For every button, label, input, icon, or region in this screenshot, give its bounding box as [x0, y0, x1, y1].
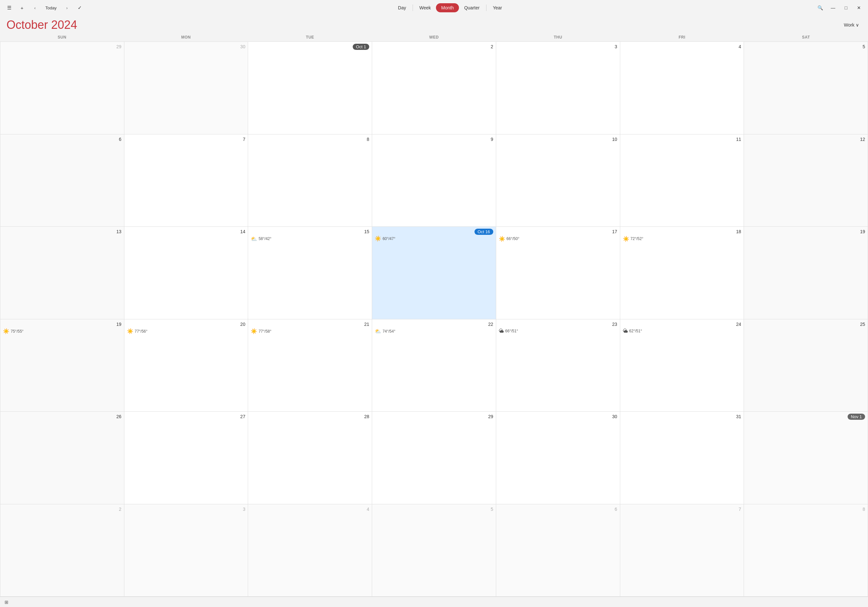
table-row[interactable]: Nov 1 [744, 412, 868, 505]
table-row[interactable]: 6 [496, 505, 620, 597]
weather-24: 🌥 62°/51° [623, 328, 741, 334]
header-thu: THU [496, 33, 620, 42]
today-button[interactable]: Today [43, 3, 59, 13]
weather-temp-22: 74°/54° [383, 329, 395, 334]
tab-day[interactable]: Day [393, 3, 411, 12]
calendar-grid: 29 30 Oct 1 2 3 4 5 6 7 8 9 10 11 12 13 … [0, 42, 868, 597]
year-number: 2024 [51, 18, 77, 31]
work-filter-button[interactable]: Work ∨ [842, 21, 862, 29]
table-row[interactable]: 29 [0, 42, 124, 134]
table-row[interactable]: 11 [620, 134, 744, 227]
titlebar-center: Day Week Month Quarter Year [88, 3, 812, 12]
table-row[interactable]: Oct 16 ☀️ 60°/47° [372, 227, 496, 319]
calendar-container: SUN MON TUE WED THU FRI SAT 29 30 Oct 1 … [0, 33, 868, 597]
prev-button[interactable]: ‹ [30, 3, 40, 13]
table-row[interactable]: 8 [248, 134, 372, 227]
table-row[interactable]: 14 [124, 227, 248, 319]
weather-temp-21: 77°/58° [259, 329, 271, 334]
day-headers: SUN MON TUE WED THU FRI SAT [0, 33, 868, 42]
table-row[interactable]: 25 [744, 319, 868, 412]
table-row[interactable]: 12 [744, 134, 868, 227]
table-row[interactable]: 3 [124, 505, 248, 597]
table-row[interactable]: 7 [620, 505, 744, 597]
table-row[interactable]: 9 [372, 134, 496, 227]
table-row[interactable]: 19 ☀️ 75°/55° [0, 319, 124, 412]
table-row[interactable]: 19 [744, 227, 868, 319]
header-mon: MON [124, 33, 248, 42]
day-badge: Oct 1 [353, 44, 369, 50]
table-row[interactable]: 24 🌥 62°/51° [620, 319, 744, 412]
sidebar-icon: ⊞ [5, 599, 8, 605]
weather-temp-18: 72°/52° [631, 236, 643, 241]
table-row[interactable]: 30 [124, 42, 248, 134]
table-row[interactable]: Oct 1 [248, 42, 372, 134]
table-row[interactable]: 20 ☀️ 77°/56° [124, 319, 248, 412]
table-row[interactable]: 2 [372, 42, 496, 134]
header-fri: FRI [620, 33, 744, 42]
titlebar-left: ☰ + ‹ Today › ✓ [4, 3, 85, 13]
titlebar-right: 🔍 — □ ✕ [815, 3, 864, 13]
weather-icon-20: ☀️ [127, 328, 133, 334]
table-row[interactable]: 7 [124, 134, 248, 227]
table-row[interactable]: 27 [124, 412, 248, 505]
titlebar: ☰ + ‹ Today › ✓ Day Week Month Quarter Y… [0, 0, 868, 16]
weather-23: 🌥 66°/51° [499, 328, 617, 334]
page-title: October 2024 [6, 18, 77, 32]
search-button[interactable]: 🔍 [815, 3, 825, 13]
table-row[interactable]: 21 ☀️ 77°/58° [248, 319, 372, 412]
table-row[interactable]: 28 [248, 412, 372, 505]
table-row[interactable]: 4 [620, 42, 744, 134]
table-row[interactable]: 13 [0, 227, 124, 319]
add-button[interactable]: + [17, 3, 27, 13]
weather-icon-18: ☀️ [623, 236, 629, 242]
table-row[interactable]: 22 ⛅ 74°/54° [372, 319, 496, 412]
minimize-button[interactable]: — [828, 3, 838, 13]
tab-month[interactable]: Month [436, 3, 459, 12]
weather-temp-20: 77°/56° [135, 329, 148, 334]
header-tue: TUE [248, 33, 372, 42]
menu-button[interactable]: ☰ [4, 3, 14, 13]
weather-20: ☀️ 77°/56° [127, 328, 245, 334]
weather-19: ☀️ 75°/55° [3, 328, 121, 334]
table-row[interactable]: 23 🌥 66°/51° [496, 319, 620, 412]
table-row[interactable]: 5 [744, 42, 868, 134]
weather-icon-16: ☀️ [375, 236, 381, 242]
tab-week[interactable]: Week [414, 3, 436, 12]
weather-temp-19: 75°/55° [11, 329, 24, 334]
maximize-button[interactable]: □ [841, 3, 851, 13]
table-row[interactable]: 6 [0, 134, 124, 227]
table-row[interactable]: 3 [496, 42, 620, 134]
check-button[interactable]: ✓ [75, 3, 85, 13]
close-button[interactable]: ✕ [854, 3, 864, 13]
tab-quarter[interactable]: Quarter [459, 3, 485, 12]
weather-icon-21: ☀️ [251, 328, 257, 334]
table-row[interactable]: 31 [620, 412, 744, 505]
weather-temp-15: 58°/42° [259, 236, 271, 241]
table-row[interactable]: 5 [372, 505, 496, 597]
nov1-badge: Nov 1 [848, 414, 865, 420]
table-row[interactable]: 15 ⛅ 58°/42° [248, 227, 372, 319]
table-row[interactable]: 26 [0, 412, 124, 505]
sep1 [412, 5, 413, 11]
weather-icon-22: ⛅ [375, 328, 381, 334]
tab-year[interactable]: Year [488, 3, 507, 12]
table-row[interactable]: 29 [372, 412, 496, 505]
weather-22: ⛅ 74°/54° [375, 328, 493, 334]
table-row[interactable]: 2 [0, 505, 124, 597]
header-wed: WED [372, 33, 496, 42]
sidebar-toggle-button[interactable]: ⊞ [3, 599, 10, 605]
weather-temp-16: 60°/47° [383, 236, 395, 241]
table-row[interactable]: 30 [496, 412, 620, 505]
table-row[interactable]: 17 ☀️ 66°/50° [496, 227, 620, 319]
header-sun: SUN [0, 33, 124, 42]
next-button[interactable]: › [62, 3, 72, 13]
bottombar: ⊞ [0, 597, 868, 607]
today-badge: Oct 16 [474, 229, 493, 235]
table-row[interactable]: 10 [496, 134, 620, 227]
weather-15: ⛅ 58°/42° [251, 236, 369, 242]
table-row[interactable]: 4 [248, 505, 372, 597]
view-tabs: Day Week Month Quarter Year [393, 3, 507, 12]
table-row[interactable]: 8 [744, 505, 868, 597]
weather-icon-15: ⛅ [251, 236, 257, 242]
table-row[interactable]: 18 ☀️ 72°/52° [620, 227, 744, 319]
